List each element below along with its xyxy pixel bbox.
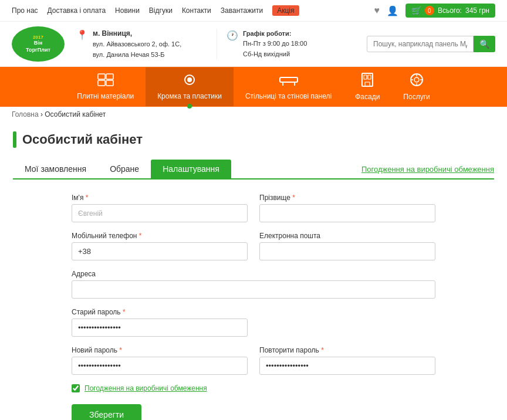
- nav-item-plitni[interactable]: Плитні матеріали: [65, 67, 146, 106]
- new-password-input[interactable]: [72, 357, 248, 375]
- topnav-akcia[interactable]: Акція: [272, 5, 299, 16]
- address-row: Адреса: [72, 270, 435, 299]
- email-label: Електронна пошта: [259, 232, 435, 240]
- fasady-icon: [361, 73, 374, 90]
- contact-row: Мобільний телефон * Електронна пошта: [72, 232, 435, 260]
- clock-icon: 🕐: [227, 30, 238, 41]
- address-label: Адреса: [72, 270, 435, 278]
- logo-image: 2017 ВінТоргПлит: [12, 26, 65, 62]
- svg-rect-11: [368, 75, 371, 79]
- title-accent: [13, 131, 16, 148]
- required-marker-6: *: [319, 346, 324, 354]
- required-marker: *: [83, 194, 88, 202]
- settings-form: Ім'я * Прізвище * Мобільний телефон *: [13, 194, 494, 420]
- address-city: м. Вінниця,: [93, 29, 132, 38]
- old-password-input[interactable]: [72, 319, 248, 337]
- email-input[interactable]: [259, 242, 435, 260]
- cart-button[interactable]: 🛒 0 Всього: 345 грн: [405, 4, 495, 18]
- first-name-input[interactable]: [72, 204, 248, 222]
- breadcrumb-home[interactable]: Головна: [12, 110, 39, 118]
- main-navigation: Плитні матеріали Кромка та пластики Стіл…: [0, 67, 507, 107]
- tab-agreement-link[interactable]: Погодження на виробничі обмеження: [361, 165, 494, 174]
- schedule-text: Графік роботи: Пн-Пт з 9:00 до 18:00 Сб-…: [243, 29, 307, 60]
- svg-rect-3: [106, 80, 113, 86]
- schedule-weekend: Сб-Нд вихідний: [243, 50, 290, 57]
- page-title-text: Особистий кабінет: [22, 132, 143, 147]
- cart-count: 0: [425, 6, 434, 15]
- plitni-icon: [97, 73, 114, 90]
- required-marker-2: *: [290, 194, 295, 202]
- user-icon[interactable]: 👤: [387, 5, 398, 16]
- confirm-password-input[interactable]: [259, 357, 435, 375]
- new-password-row: Новий пароль * Повторити пароль *: [72, 346, 435, 375]
- address-input[interactable]: [72, 280, 435, 299]
- confirm-password-label: Повторити пароль *: [259, 346, 435, 354]
- breadcrumb: Головна › Особистий кабінет: [0, 107, 507, 122]
- kromka-icon: [181, 73, 198, 90]
- page-content: Особистий кабінет Мої замовлення Обране …: [1, 122, 506, 420]
- wishlist-icon[interactable]: ♥: [374, 5, 380, 16]
- agreement-checkbox[interactable]: [72, 384, 80, 392]
- address-street: вул. Айвазовського 2, оф. 1С,: [93, 40, 181, 48]
- svg-rect-6: [280, 77, 298, 82]
- topnav-delivery[interactable]: Доставка і оплата: [48, 6, 106, 15]
- nav-item-plitni-label: Плитні матеріали: [77, 92, 134, 100]
- topnav-pro-nas[interactable]: Про нас: [12, 6, 38, 15]
- phone-input[interactable]: [72, 242, 248, 260]
- agreement-label[interactable]: Погодження на виробничі обмеження: [84, 384, 207, 392]
- last-name-input[interactable]: [259, 204, 435, 222]
- tab-settings[interactable]: Налаштування: [151, 160, 231, 178]
- address-group: Адреса: [72, 270, 435, 299]
- nav-item-poslugy[interactable]: Послуги: [391, 67, 441, 107]
- topnav-news[interactable]: Новини: [115, 6, 140, 15]
- first-name-label: Ім'я *: [72, 194, 248, 202]
- last-name-label: Прізвище *: [259, 194, 435, 202]
- header: 2017 ВінТоргПлит 📍 м. Вінниця, вул. Айва…: [0, 22, 507, 67]
- nav-item-stolitsi[interactable]: Стільниці та стінові панелі: [234, 67, 343, 106]
- svg-rect-10: [364, 75, 367, 79]
- new-password-label: Новий пароль *: [72, 346, 248, 354]
- schedule-weekdays: Пн-Пт з 9:00 до 18:00: [243, 40, 307, 47]
- top-bar: Про нас Доставка і оплата Новини Відгуки…: [0, 0, 507, 22]
- old-password-group: Старий пароль *: [72, 308, 248, 337]
- old-password-row: Старий пароль *: [72, 308, 435, 337]
- agreement-row: Погодження на виробничі обмеження: [72, 384, 435, 392]
- address-street2: вул. Данила Нечая 53-Б: [93, 51, 164, 58]
- logo[interactable]: 2017 ВінТоргПлит: [12, 26, 65, 62]
- phone-label: Мобільний телефон *: [72, 232, 248, 240]
- address-text: м. Вінниця, вул. Айвазовського 2, оф. 1С…: [93, 28, 181, 60]
- required-marker-5: *: [117, 346, 122, 354]
- required-marker-4: *: [121, 308, 126, 316]
- svg-point-5: [187, 77, 192, 82]
- save-button[interactable]: Зберегти: [72, 404, 141, 420]
- required-marker-3: *: [137, 232, 141, 240]
- stolitsi-icon: [279, 73, 298, 90]
- cart-icon: 🛒: [411, 6, 421, 15]
- search-button[interactable]: 🔍: [474, 36, 495, 52]
- schedule-area: 🕐 Графік роботи: Пн-Пт з 9:00 до 18:00 С…: [217, 29, 355, 60]
- nav-item-fasady[interactable]: Фасади: [343, 67, 391, 107]
- topnav-reviews[interactable]: Відгуки: [149, 6, 173, 15]
- first-name-group: Ім'я *: [72, 194, 248, 222]
- search-input[interactable]: [367, 36, 474, 52]
- map-pin-icon: 📍: [76, 29, 88, 40]
- svg-rect-0: [98, 74, 105, 79]
- topnav-contacts[interactable]: Контакти: [182, 6, 211, 15]
- page-title: Особистий кабінет: [13, 131, 494, 148]
- old-password-label: Старий пароль *: [72, 308, 248, 316]
- nav-item-kromka[interactable]: Кромка та пластики: [146, 67, 234, 106]
- svg-rect-1: [106, 74, 113, 79]
- svg-rect-2: [98, 80, 105, 86]
- tabs: Мої замовлення Обране Налаштування Погод…: [13, 160, 494, 179]
- phone-group: Мобільний телефон *: [72, 232, 248, 260]
- svg-rect-12: [365, 82, 370, 86]
- cart-total: 345 грн: [465, 6, 489, 15]
- new-password-group: Новий пароль *: [72, 346, 248, 375]
- nav-item-stolitsi-label: Стільниці та стінові панелі: [245, 92, 332, 100]
- tab-orders[interactable]: Мої замовлення: [13, 160, 98, 178]
- topnav-download[interactable]: Завантажити: [221, 6, 263, 15]
- tab-favorites[interactable]: Обране: [98, 160, 151, 178]
- poslugy-icon: [410, 73, 424, 90]
- name-row: Ім'я * Прізвище *: [72, 194, 435, 222]
- cart-total-label: Всього:: [438, 6, 462, 15]
